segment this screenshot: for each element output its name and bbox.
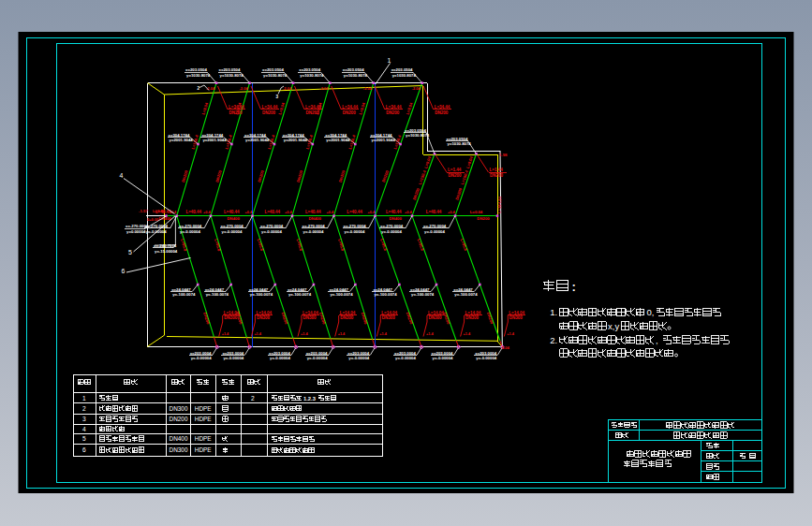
svg-text:1.98: 1.98 xyxy=(499,153,508,157)
svg-text:y=2001.9044: y=2001.9044 xyxy=(372,138,396,142)
svg-text:4.04: 4.04 xyxy=(502,345,510,350)
svg-text:2.: 2. xyxy=(550,335,557,345)
svg-text:HDPE: HDPE xyxy=(195,405,212,412)
svg-text:,: , xyxy=(656,335,658,345)
svg-text:y=1030.8074: y=1030.8074 xyxy=(406,133,430,138)
svg-text::: : xyxy=(572,280,576,294)
svg-text:x=24.0447: x=24.0447 xyxy=(288,287,307,292)
svg-text:y=-100.0074: y=-100.0074 xyxy=(374,292,397,297)
svg-text:y=-0.00004: y=-0.00004 xyxy=(433,356,453,360)
svg-text:y=1030.8074: y=1030.8074 xyxy=(220,73,244,78)
svg-text:y=-0.00004: y=-0.00004 xyxy=(307,356,328,360)
svg-text:1.: 1. xyxy=(550,307,557,317)
svg-text:L=40.44: L=40.44 xyxy=(305,210,321,214)
svg-text:y=1030.8074: y=1030.8074 xyxy=(263,73,288,78)
svg-text:y=-0.00004: y=-0.00004 xyxy=(348,356,369,360)
svg-text:+1.4: +1.4 xyxy=(254,332,261,336)
svg-text:+0.4: +0.4 xyxy=(368,211,376,214)
svg-text:L=34.44: L=34.44 xyxy=(386,105,402,110)
svg-text:x=24.0447: x=24.0447 xyxy=(373,287,392,292)
svg-text:y=1030.8074: y=1030.8074 xyxy=(392,73,417,78)
svg-text:y=1030.8074: y=1030.8074 xyxy=(344,73,368,78)
svg-text:x=-270.0004: x=-270.0004 xyxy=(344,224,367,228)
svg-text:-2.04: -2.04 xyxy=(412,86,421,91)
svg-text:5: 5 xyxy=(82,435,86,442)
svg-text:4: 4 xyxy=(82,426,86,432)
svg-text:+1.4: +1.4 xyxy=(379,332,387,336)
svg-text:x=-270.0004: x=-270.0004 xyxy=(221,224,244,228)
svg-text:L=40.44: L=40.44 xyxy=(426,210,442,214)
svg-text:x=24.0447: x=24.0447 xyxy=(205,287,225,292)
svg-text:y=-0.00004: y=-0.00004 xyxy=(180,229,200,234)
svg-text:x=203.0504: x=203.0504 xyxy=(447,137,468,141)
svg-text:y=-100.0074: y=-100.0074 xyxy=(206,292,229,297)
svg-text:1.2.3: 1.2.3 xyxy=(303,396,317,402)
svg-text:y=-100.0074: y=-100.0074 xyxy=(411,292,435,297)
svg-text:y=-0.00004: y=-0.00004 xyxy=(345,229,365,234)
svg-text:DN400: DN400 xyxy=(228,216,241,221)
svg-text:y=-15.00004: y=-15.00004 xyxy=(155,249,178,254)
svg-text:y=-0.00004: y=-0.00004 xyxy=(191,356,212,360)
svg-text:L=8.84: L=8.84 xyxy=(153,209,166,213)
svg-text:-2.04: -2.04 xyxy=(319,86,329,91)
svg-text:DN300: DN300 xyxy=(382,315,396,320)
svg-text:x=-270.0004: x=-270.0004 xyxy=(303,224,326,228)
svg-text:6: 6 xyxy=(82,446,86,453)
svg-text:+0.4: +0.4 xyxy=(327,211,334,214)
svg-text:DN300: DN300 xyxy=(170,405,188,412)
svg-text:L=40.44: L=40.44 xyxy=(386,210,402,214)
svg-text:L=34.44: L=34.44 xyxy=(262,105,278,110)
svg-text:1: 1 xyxy=(388,57,391,64)
svg-text:y=-100.0074: y=-100.0074 xyxy=(172,292,196,297)
svg-text:y=-100.0074: y=-100.0074 xyxy=(288,292,312,297)
svg-text:y=-0.00004: y=-0.00004 xyxy=(424,229,445,234)
svg-text:L=14.04: L=14.04 xyxy=(340,311,356,315)
svg-text:x=203.0004: x=203.0004 xyxy=(347,351,369,356)
svg-text:x=304.1744: x=304.1744 xyxy=(244,133,266,138)
svg-text:y=2001.9044: y=2001.9044 xyxy=(284,138,308,142)
svg-text:3: 3 xyxy=(276,95,279,99)
svg-text:5: 5 xyxy=(128,249,132,256)
svg-text:L=40.44: L=40.44 xyxy=(185,210,201,214)
svg-text:y=0.00004: y=0.00004 xyxy=(126,229,146,234)
svg-text:y=-0.00004: y=-0.00004 xyxy=(395,356,416,360)
svg-text:y=-0.00004: y=-0.00004 xyxy=(303,229,324,234)
svg-text:DN300: DN300 xyxy=(257,315,271,320)
svg-text:L=40.44: L=40.44 xyxy=(264,210,280,214)
svg-text:x=304.1744: x=304.1744 xyxy=(169,133,190,138)
svg-text:x=304.1744: x=304.1744 xyxy=(201,133,223,138)
svg-text:y=2001.9044: y=2001.9044 xyxy=(245,138,270,142)
svg-text:+1.4: +1.4 xyxy=(507,332,514,336)
svg-text:x=203.0504: x=203.0504 xyxy=(343,67,364,72)
svg-text:x=203.0504: x=203.0504 xyxy=(262,67,284,72)
svg-text:DN300: DN300 xyxy=(170,446,188,453)
svg-text:DN400: DN400 xyxy=(309,216,322,221)
svg-text:x=304.1744: x=304.1744 xyxy=(283,133,304,138)
svg-text:2: 2 xyxy=(198,86,200,91)
svg-text:DN200: DN200 xyxy=(477,216,490,221)
svg-text:+1.4: +1.4 xyxy=(426,332,434,336)
svg-text:DN200: DN200 xyxy=(170,416,188,422)
svg-text:y=-0.00004: y=-0.00004 xyxy=(223,356,244,360)
svg-text:x=203.0004: x=203.0004 xyxy=(222,351,244,356)
svg-text:DN300: DN300 xyxy=(465,315,480,320)
svg-text:+1.4: +1.4 xyxy=(301,332,308,336)
svg-text:2: 2 xyxy=(251,395,255,402)
svg-text:DN400: DN400 xyxy=(390,216,403,221)
svg-text:x=304.1744: x=304.1744 xyxy=(325,133,347,138)
svg-text:DN300: DN300 xyxy=(224,315,238,320)
svg-text:+1.4: +1.4 xyxy=(338,332,346,336)
svg-text:x=-270.0004: x=-270.0004 xyxy=(125,224,149,228)
svg-text:HDPE: HDPE xyxy=(195,416,212,422)
svg-text:x=24.0447: x=24.0447 xyxy=(453,287,473,292)
svg-text:x=24.0447: x=24.0447 xyxy=(410,287,430,292)
svg-text:y=-0.00004: y=-0.00004 xyxy=(476,356,496,360)
svg-text:x=24.0447: x=24.0447 xyxy=(249,287,269,292)
svg-text:-1.57: -1.57 xyxy=(139,209,148,213)
svg-text:L=14.04: L=14.04 xyxy=(381,311,397,315)
svg-text:x=203.0004: x=203.0004 xyxy=(306,351,328,356)
svg-text:y=-0.00004: y=-0.00004 xyxy=(261,229,282,234)
svg-text:+0.4: +0.4 xyxy=(203,211,211,214)
svg-text:y=-0.00004: y=-0.00004 xyxy=(381,229,402,234)
svg-text:x=203.0004: x=203.0004 xyxy=(190,351,212,356)
